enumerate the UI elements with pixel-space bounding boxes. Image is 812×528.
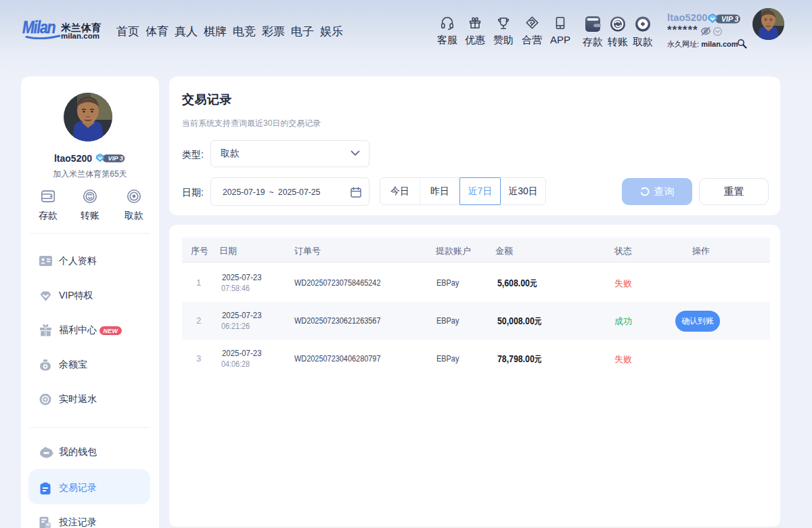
svg-text:VIP 3: VIP 3 — [108, 155, 123, 162]
svg-text:VIP 3: VIP 3 — [721, 15, 738, 23]
